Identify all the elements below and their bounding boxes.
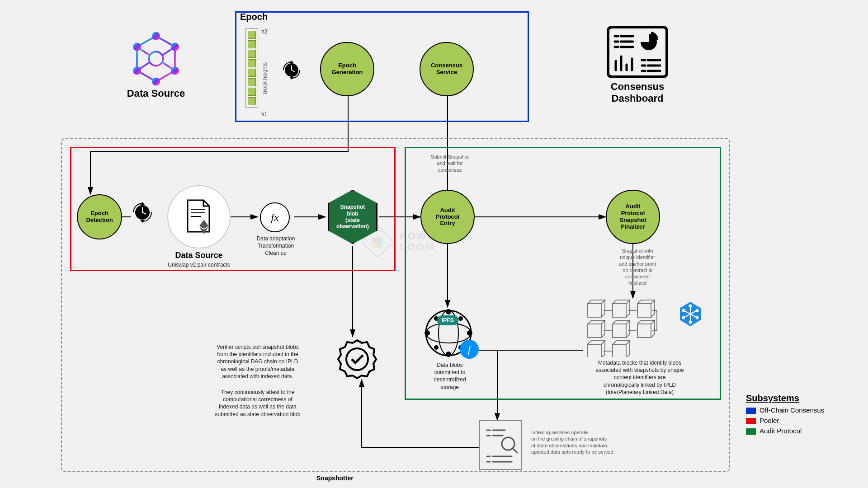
dashboard-icon [606,25,669,79]
fx-caption: Data adaptation Transformation Clean up [246,235,305,257]
svg-line-93 [513,448,517,453]
consensus-service-node: Consensus Service [420,42,474,96]
search-document-icon [480,421,523,471]
svg-point-7 [134,43,140,50]
verifier-text-1: Verifier scripts pull snapshot blobs fro… [190,343,326,380]
epoch-box: Epoch h2 h1 block heights Epoch Generati [235,11,529,122]
svg-point-86 [683,310,685,312]
svg-rect-64 [588,344,601,357]
svg-point-55 [458,316,463,321]
snapshot-blob-node: Snapshot blob (state observation) [328,190,377,244]
epoch-detection-label: Epoch Detection [86,210,113,224]
verifier-text-2: They continuously attest to the computat… [190,389,326,418]
dashboard-title-1: Consensus [592,81,683,93]
epoch-generation-label: Epoch Generation [332,62,363,76]
data-source-circle [167,185,231,249]
legend-offchain: Off-Chain Consensus [746,406,824,414]
svg-point-52 [425,330,430,336]
legend-audit-label: Audit Protocol [760,427,802,435]
svg-rect-60 [637,304,651,317]
h1-label: h1 [261,111,267,117]
indexer-doc-icon [479,420,522,470]
svg-point-82 [696,310,698,312]
svg-point-51 [446,352,451,357]
finalizer-caption: Snapshot with unique identifier and anch… [606,248,669,286]
audit-entry-label: Audit Protocol Entry [436,207,460,227]
svg-marker-45 [199,220,208,229]
svg-line-9 [162,49,172,55]
data-source-title: Data Source [120,88,192,99]
svg-point-3 [172,43,178,50]
svg-point-5 [153,78,159,84]
finalizer-label: Audit Protocol Snapshot Finalizer [619,203,646,230]
filecoin-badge: f [460,340,479,359]
epoch-detection-node: Epoch Detection [77,194,122,239]
svg-line-13 [140,49,150,55]
consensus-service-label: Consensus Service [431,62,462,76]
audit-entry-node: Audit Protocol Entry [420,190,475,244]
svg-rect-62 [613,324,626,338]
fx-node: fx [260,202,290,232]
svg-rect-58 [588,304,601,317]
svg-point-83 [696,317,698,319]
h2-label: h2 [261,28,267,35]
svg-point-56 [434,345,439,350]
fx-label: fx [271,211,278,224]
ipfs-badge: IPFS [437,315,458,325]
svg-point-48 [426,323,471,343]
epoch-generation-node: Epoch Generation [320,42,374,96]
ipld-hex-icon [678,300,703,329]
verifier-seal-icon [335,337,380,382]
data-source-sub: Uniswap v2 pair contracts [158,261,240,268]
boxes-grid-icon [585,298,676,357]
document-eth-icon [183,198,215,236]
svg-point-4 [172,67,178,74]
svg-point-81 [689,305,692,307]
clock-loop-icon [279,58,304,83]
svg-point-85 [683,317,685,319]
clock-loop-icon-2 [129,199,156,226]
finalizer-node: Audit Protocol Snapshot Finalizer [606,190,660,244]
ipfs-caption: Data blobs committed to decentralized st… [414,361,486,391]
ipfs-block: IPFS f [423,307,475,361]
svg-point-87 [346,348,368,370]
indexer-caption: Indexing services operate on the growing… [531,429,653,455]
svg-point-53 [467,330,472,336]
legend: Subsystems Off-Chain Consensus Pooler Au… [746,393,824,435]
legend-pooler: Pooler [746,417,824,424]
svg-point-6 [134,67,140,74]
legend-audit: Audit Protocol [746,427,824,435]
consensus-dashboard: Consensus Dashboard [592,25,683,104]
svg-rect-63 [637,324,651,338]
data-source-label: Data Source [167,251,231,260]
legend-offchain-label: Off-Chain Consensus [760,406,824,414]
epoch-title: Epoch [240,12,268,22]
metadata-grid [585,298,676,359]
svg-rect-61 [588,324,601,338]
svg-line-12 [140,62,150,68]
snapshot-blob-label: Snapshot blob (state observation) [336,204,369,230]
dashboard-title-2: Dashboard [592,93,683,104]
block-heights-stack [245,28,258,108]
legend-pooler-label: Pooler [760,417,779,424]
svg-rect-59 [613,304,626,317]
block-heights-label: block heights [262,62,268,94]
metadata-caption: Metadata blocks that identify blobs asso… [574,359,705,396]
snapshotter-label: Snapshotter [316,474,354,482]
legend-title: Subsystems [746,393,824,404]
svg-point-2 [153,33,159,39]
submit-caption: Submit Snapshot and wait for consensus [423,154,477,173]
data-source-header: Data Source [120,32,192,99]
svg-rect-65 [613,344,626,357]
network-icon [129,32,183,86]
svg-point-1 [149,52,163,66]
svg-point-50 [446,309,451,314]
svg-line-10 [162,62,172,68]
svg-point-84 [689,321,692,324]
